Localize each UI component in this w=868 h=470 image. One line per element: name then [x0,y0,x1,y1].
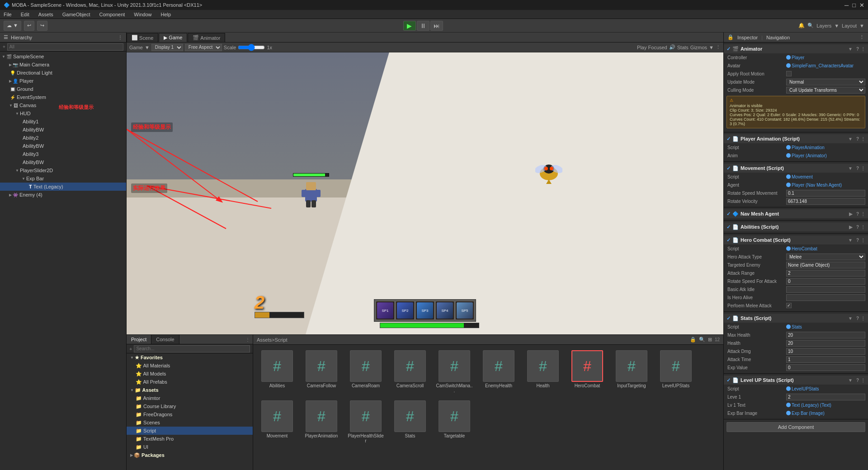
asset-herocombat[interactable]: # HeroCombat [567,348,608,395]
asset-camerascroll[interactable]: # CameraScroll [390,348,430,395]
more-icon[interactable]: ⋮ [861,212,865,216]
navigation-title[interactable]: Navigation [766,35,790,40]
inspector-options[interactable]: ⋮ [859,34,864,40]
asset-enemyhealth[interactable]: # EnemyHealth [478,348,519,395]
asset-cameraroam[interactable]: # CameraRoam [345,348,386,395]
subtoolbar-options[interactable]: ⋮ [716,44,721,50]
help-icon[interactable]: ? [856,238,859,243]
section-toggle[interactable]: ▼ [848,136,853,141]
maximize-button[interactable]: □ [852,2,856,9]
hierarchy-options[interactable]: ⋮ [118,35,123,40]
gizmos-label[interactable]: Gizmos [690,45,707,50]
scale-slider[interactable] [238,45,265,50]
hierarchy-item[interactable]: ⚡ EventSystem [0,93,126,101]
hierarchy-item[interactable]: ▼ HUD [0,109,126,118]
hierarchy-search[interactable] [7,43,123,51]
folder-freedragons[interactable]: 📁 FreeDragons [127,410,253,418]
more-icon[interactable]: ⋮ [861,238,865,243]
gizmos-dropdown[interactable]: ▼ [709,45,714,50]
hierarchy-item[interactable]: Ability1 [0,118,126,126]
animator-help[interactable]: ? [856,47,859,52]
menu-assets[interactable]: Assets [37,12,55,17]
asset-camswitchmana[interactable]: # CamSwitchMana... [434,348,475,395]
attack-dmg-input[interactable]: 10 [786,348,865,355]
undo-button[interactable]: ↩ [24,21,34,31]
hierarchy-item[interactable]: ▶ 📷 Main Camera [0,61,126,69]
packages-section[interactable]: ▶ 📦 Packages [127,451,253,459]
asset-playerhealthslider[interactable]: # PlayerHealthSlider [345,399,386,445]
tab-animator[interactable]: 🎬 Animator [188,33,225,42]
attack-time-input[interactable]: 1 [786,356,865,363]
rotate-speed-input[interactable]: 0.1 [786,190,865,197]
account-button[interactable]: ☁ ▼ [4,21,21,31]
step-button[interactable]: ⏭ [430,21,443,31]
more-icon[interactable]: ⋮ [861,316,865,321]
section-checkbox[interactable]: ✓ [726,315,731,321]
close-button[interactable]: ✕ [859,2,864,9]
section-toggle[interactable]: ▼ [848,378,853,383]
stats-label[interactable]: Stats [677,45,689,50]
asset-camerafollow[interactable]: # CameraFollow [301,348,342,395]
add-component-button[interactable]: Add Component [726,422,865,432]
basic-atk-idle-input[interactable] [786,286,865,293]
layers-dropdown[interactable]: ▼ [834,23,839,28]
hierarchy-item-selected[interactable]: T Text (Legacy) [0,183,126,191]
asset-search[interactable] [134,345,250,352]
navmesh-header[interactable]: ✓ 🔷 Nav Mesh Agent ▶ ? ⋮ [724,209,868,218]
apply-root-motion-checkbox[interactable] [786,71,792,76]
help-icon[interactable]: ? [856,136,859,141]
skill-slot-5[interactable]: SP5 [455,301,474,320]
add-hierarchy-btn[interactable]: + [3,44,5,49]
more-icon[interactable]: ⋮ [861,166,865,171]
section-checkbox[interactable]: ✓ [726,377,731,383]
rotate-speed-attack-input[interactable]: 0 [786,278,865,285]
hierarchy-item[interactable]: ▼ Exp Bar [0,174,126,183]
tab-scene[interactable]: ⬜ Scene [127,33,158,42]
hierarchy-item[interactable]: ▶ 👤 Player [0,77,126,85]
hierarchy-item[interactable]: 🔲 Ground [0,85,126,93]
attack-range-input[interactable]: 2 [786,270,865,277]
max-health-input[interactable]: 20 [786,332,865,338]
folder-textmeshpro[interactable]: 📁 TextMesh Pro [127,435,253,443]
section-checkbox[interactable]: ✓ [726,46,731,52]
hierarchy-item[interactable]: Ability2 [0,134,126,142]
section-checkbox[interactable]: ✓ [726,211,731,217]
tab-console[interactable]: Console [151,335,179,344]
pause-button[interactable]: ⏸ [417,21,429,31]
animator-more[interactable]: ⋮ [861,47,865,52]
search-icon[interactable]: 🔍 [807,23,814,28]
movement-header[interactable]: ✓ 📄 Movement (Script) ▼ ? ⋮ [724,164,868,173]
section-checkbox[interactable]: ✓ [726,237,731,243]
hierarchy-item[interactable]: AbilityBW [0,126,126,134]
skill-slot-2[interactable]: SP2 [396,301,415,320]
section-checkbox[interactable]: ✓ [726,165,731,171]
redo-button[interactable]: ↪ [37,21,47,31]
more-icon[interactable]: ⋮ [861,378,865,383]
hierarchy-item[interactable]: ▼ PlayerSlider2D [0,166,126,174]
animator-section-header[interactable]: ✓ 🎬 Animator ▼ ? ⋮ [724,44,868,53]
hierarchy-item[interactable]: AbilityBW [0,158,126,166]
abilities-header[interactable]: ✓ 📄 Abilities (Script) ▶ ? ⋮ [724,222,868,231]
section-toggle[interactable]: ▶ [849,212,853,216]
lock-inspector-icon[interactable]: 🔒 [727,34,734,40]
project-panel-options[interactable]: ⋮ [245,337,253,342]
hierarchy-item[interactable]: ▼ 🖼 Canvas [0,101,126,109]
search-icon-assets[interactable]: 🔍 [699,337,705,343]
more-icon[interactable]: ⋮ [861,136,865,141]
asset-inputtargeting[interactable]: # InputTargeting [611,348,652,395]
folder-course-library[interactable]: 📁 Course Library [127,402,253,410]
minimize-button[interactable]: ─ [844,2,849,9]
favorites-models[interactable]: ⭐ All Models [127,370,253,378]
asset-stats[interactable]: # Stats [390,399,430,445]
hierarchy-item[interactable]: ▶ 👾 Enemy (4) [0,191,126,199]
skill-slot-4[interactable]: SP4 [435,301,454,320]
section-checkbox[interactable]: ✓ [726,136,731,142]
folder-script[interactable]: 📁 Script [127,427,253,435]
update-mode-select[interactable]: Normal [786,79,865,85]
hierarchy-menu-icon[interactable]: ☰ [4,34,8,40]
tab-project[interactable]: Project [127,335,151,344]
perform-melee-checkbox[interactable] [786,303,792,308]
asset-levelupstats[interactable]: # LevelUPStats [656,348,696,395]
section-toggle[interactable]: ▼ [848,47,853,52]
help-icon[interactable]: ? [856,166,859,171]
